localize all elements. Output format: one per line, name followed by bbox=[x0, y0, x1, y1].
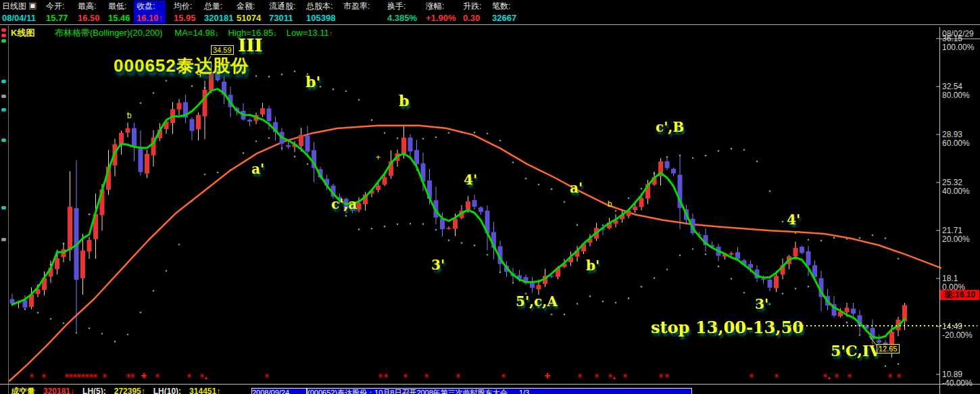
wave-annotation: 3' bbox=[755, 296, 768, 312]
event-mark-icon: ✳▲ bbox=[607, 372, 618, 380]
news-ticker[interactable]: (000652)泰达股份：10月8日召开2008年第三次临时股东大会 1/3 bbox=[307, 388, 692, 394]
axis-percent-label: 20.00% bbox=[942, 235, 970, 244]
candles bbox=[10, 62, 908, 358]
chart-header: K线图 布林格带(Bollinger)(20,200) MA=14.98↓Hig… bbox=[11, 27, 333, 39]
wave-annotation: 4' bbox=[787, 212, 800, 228]
event-mark-icon: ✳ bbox=[896, 372, 902, 380]
event-mark-icon: ✳ bbox=[423, 372, 429, 380]
indicator-name: 布林格带(Bollinger)(20,200) bbox=[55, 28, 163, 38]
wave-annotation: b' bbox=[586, 257, 599, 274]
stock-title: 000652泰达股份 bbox=[114, 54, 249, 78]
event-mark-icon: ✳ bbox=[887, 372, 893, 380]
wave-annotation: 5'C,IV bbox=[831, 342, 881, 360]
price-tag: 12.65 bbox=[877, 344, 900, 353]
event-mark-icon: ✳ bbox=[28, 372, 34, 380]
news-page: 1/3 bbox=[519, 389, 529, 394]
wave-annotation: 3' bbox=[431, 257, 445, 273]
rail-mark bbox=[1, 39, 6, 43]
price-axis-line bbox=[939, 27, 940, 394]
event-mark-icon: ✳ bbox=[658, 372, 664, 380]
pane-title: K线图 bbox=[11, 28, 34, 38]
event-mark-icon: ✳ bbox=[455, 372, 461, 380]
event-mark-icon: ✚ bbox=[544, 372, 550, 380]
event-mark-icon: ✳ bbox=[664, 372, 670, 380]
axis-percent-label: 80.00% bbox=[942, 91, 970, 100]
wave-annotation: b' bbox=[305, 73, 320, 91]
volume-readout: LH(5): bbox=[82, 387, 106, 394]
axis-percent-label: 60.00% bbox=[942, 139, 970, 148]
event-mark-icon: ✳ bbox=[129, 372, 135, 380]
wave-annotation: III bbox=[238, 35, 263, 55]
news-date-box[interactable]: 2008/09/24 bbox=[251, 388, 307, 394]
axis-percent-label: 40.00% bbox=[942, 187, 970, 196]
event-mark-icon: ✳ bbox=[264, 372, 270, 380]
event-mark-icon: ✳ bbox=[593, 372, 599, 380]
wave-annotation: 5',c,A bbox=[516, 293, 558, 310]
event-mark-icon: ✚ bbox=[141, 372, 147, 380]
hand-mark: q bbox=[197, 68, 201, 77]
news-date: 2008/09/24 bbox=[252, 389, 289, 394]
stock-chart-app: 日线图 ▣08/04/11今开:15.77最高:16.50最低:15.46收盘:… bbox=[0, 0, 980, 394]
axis-percent-label: 100.00% bbox=[942, 43, 974, 52]
hand-mark: b bbox=[127, 111, 132, 120]
hand-mark: b bbox=[608, 199, 612, 209]
bottom-pane-separator bbox=[0, 384, 980, 385]
wave-annotation: a' bbox=[570, 180, 583, 196]
rail-mark bbox=[1, 206, 6, 210]
event-mark-icon: ✳ bbox=[773, 372, 779, 380]
ma-fast-line bbox=[12, 89, 905, 339]
rail-mark bbox=[1, 34, 6, 37]
event-mark-icon: ✳ bbox=[622, 372, 628, 380]
rail-mark bbox=[1, 80, 6, 83]
event-mark-icon: ✳ bbox=[101, 372, 107, 380]
volume-readout: LH(10): bbox=[153, 387, 181, 394]
rail-mark bbox=[1, 108, 6, 112]
axis-percent-label: -20.00% bbox=[942, 331, 973, 340]
wave-annotation: a' bbox=[251, 161, 264, 177]
rail-mark bbox=[1, 95, 6, 98]
readout-arrow-icon: ↓ bbox=[273, 29, 277, 37]
volume-readout: 272395↑ bbox=[114, 387, 145, 394]
news-text: (000652)泰达股份：10月8日召开2008年第三次临时股东大会 bbox=[308, 389, 508, 394]
event-mark-icon: ✳ bbox=[92, 372, 98, 380]
price-tag: 34.59 bbox=[211, 45, 234, 55]
rail-mark bbox=[1, 139, 6, 142]
left-rail-line bbox=[8, 26, 9, 394]
volume-readout: 320181↓ bbox=[43, 387, 74, 394]
readout-arrow-icon: ↓ bbox=[215, 29, 219, 37]
rail-mark bbox=[1, 28, 6, 32]
event-mark-icon: ✳ bbox=[41, 372, 47, 380]
wave-annotation: c',B bbox=[656, 119, 684, 135]
event-mark-icon: ✳▲ bbox=[822, 372, 833, 380]
event-mark-icon: ✳ bbox=[402, 372, 408, 380]
volume-readout: 成交量 bbox=[11, 387, 35, 394]
event-mark-icon: ✳ bbox=[846, 372, 852, 380]
event-mark-icon: ✳ bbox=[748, 372, 754, 380]
current-price-tag: 现:16.10 bbox=[940, 290, 979, 300]
wave-annotation: b bbox=[399, 92, 409, 109]
event-mark-icon: ✳ bbox=[154, 372, 160, 380]
event-mark-icon: ✳▲ bbox=[199, 372, 210, 380]
volume-readout: 314451↑ bbox=[189, 387, 220, 394]
volume-readout-row: 成交量320181↓LH(5):272395↑LH(10):314451↑ bbox=[11, 386, 228, 394]
wave-annotation: 4' bbox=[464, 172, 477, 188]
event-mark-icon: ✳ bbox=[833, 372, 839, 380]
readout-value: MA=14.98↓ bbox=[174, 28, 218, 38]
wave-annotation: c',a bbox=[331, 196, 357, 212]
hand-mark: + bbox=[376, 153, 381, 162]
event-mark-icon: ✳ bbox=[500, 372, 506, 380]
readout-arrow-icon: ↑ bbox=[329, 29, 333, 37]
event-mark-icon: ✳ bbox=[577, 372, 583, 380]
event-mark-icon: ✳ bbox=[186, 372, 192, 380]
wave-annotation: stop 13,00-13,50 bbox=[651, 318, 804, 337]
readout-value: Low=13.11↑ bbox=[287, 28, 333, 38]
rail-mark bbox=[1, 238, 6, 241]
event-mark-icon: ✳ bbox=[383, 372, 389, 380]
